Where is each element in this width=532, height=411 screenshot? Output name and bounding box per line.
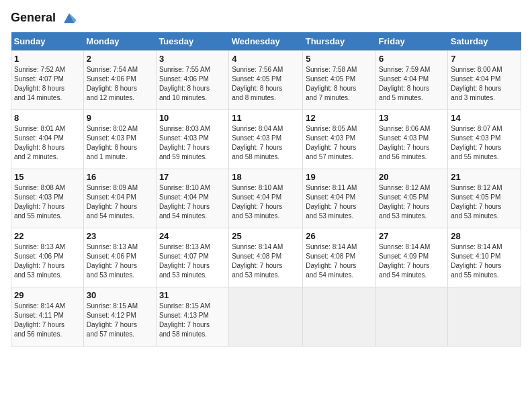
- week-row-2: 8Sunrise: 8:01 AMSunset: 4:04 PMDaylight…: [11, 109, 521, 169]
- calendar-cell: 23Sunrise: 8:13 AMSunset: 4:06 PMDayligh…: [83, 228, 156, 287]
- weekday-header-sunday: Sunday: [11, 32, 84, 51]
- weekday-header-saturday: Saturday: [448, 32, 521, 51]
- day-number: 1: [14, 54, 81, 64]
- calendar-cell: 8Sunrise: 8:01 AMSunset: 4:04 PMDaylight…: [11, 109, 84, 169]
- day-number: 6: [379, 54, 445, 64]
- day-info: Sunrise: 7:59 AMSunset: 4:04 PMDaylight:…: [379, 65, 445, 103]
- calendar-cell: 14Sunrise: 8:07 AMSunset: 4:03 PMDayligh…: [448, 109, 521, 169]
- day-number: 28: [451, 231, 518, 241]
- calendar-cell: 7Sunrise: 8:00 AMSunset: 4:04 PMDaylight…: [448, 50, 521, 109]
- day-info: Sunrise: 8:11 AMSunset: 4:04 PMDaylight:…: [306, 183, 373, 221]
- day-number: 29: [14, 290, 81, 300]
- day-info: Sunrise: 8:14 AMSunset: 4:08 PMDaylight:…: [306, 242, 373, 280]
- calendar-cell: [303, 287, 376, 346]
- calendar-cell: [376, 287, 448, 346]
- day-info: Sunrise: 8:04 AMSunset: 4:03 PMDaylight:…: [232, 124, 300, 162]
- weekday-header-tuesday: Tuesday: [156, 32, 228, 51]
- day-info: Sunrise: 8:05 AMSunset: 4:03 PMDaylight:…: [306, 124, 373, 162]
- calendar-cell: 12Sunrise: 8:05 AMSunset: 4:03 PMDayligh…: [303, 109, 376, 169]
- weekday-header-row: SundayMondayTuesdayWednesdayThursdayFrid…: [11, 32, 521, 51]
- week-row-3: 15Sunrise: 8:08 AMSunset: 4:03 PMDayligh…: [11, 169, 521, 228]
- calendar-cell: [229, 287, 303, 346]
- calendar-cell: 2Sunrise: 7:54 AMSunset: 4:06 PMDaylight…: [83, 50, 156, 109]
- day-info: Sunrise: 8:14 AMSunset: 4:10 PMDaylight:…: [451, 242, 518, 280]
- day-info: Sunrise: 7:54 AMSunset: 4:06 PMDaylight:…: [87, 65, 153, 103]
- day-info: Sunrise: 8:13 AMSunset: 4:06 PMDaylight:…: [87, 242, 153, 280]
- calendar-cell: 18Sunrise: 8:10 AMSunset: 4:04 PMDayligh…: [229, 169, 303, 228]
- calendar-cell: 11Sunrise: 8:04 AMSunset: 4:03 PMDayligh…: [229, 109, 303, 169]
- calendar-cell: 28Sunrise: 8:14 AMSunset: 4:10 PMDayligh…: [448, 228, 521, 287]
- day-info: Sunrise: 8:03 AMSunset: 4:03 PMDaylight:…: [159, 124, 226, 162]
- week-row-1: 1Sunrise: 7:52 AMSunset: 4:07 PMDaylight…: [11, 50, 521, 109]
- calendar-cell: 4Sunrise: 7:56 AMSunset: 4:05 PMDaylight…: [229, 50, 303, 109]
- day-number: 18: [232, 172, 300, 182]
- day-info: Sunrise: 8:15 AMSunset: 4:13 PMDaylight:…: [159, 302, 226, 339]
- weekday-header-wednesday: Wednesday: [229, 32, 303, 51]
- day-info: Sunrise: 8:15 AMSunset: 4:12 PMDaylight:…: [87, 302, 153, 339]
- calendar-cell: 24Sunrise: 8:13 AMSunset: 4:07 PMDayligh…: [156, 228, 228, 287]
- logo-icon: [62, 11, 77, 25]
- day-number: 23: [87, 231, 153, 241]
- calendar-cell: 31Sunrise: 8:15 AMSunset: 4:13 PMDayligh…: [156, 287, 228, 346]
- day-info: Sunrise: 8:12 AMSunset: 4:05 PMDaylight:…: [379, 183, 445, 221]
- day-info: Sunrise: 8:10 AMSunset: 4:04 PMDaylight:…: [159, 183, 226, 221]
- calendar-cell: 30Sunrise: 8:15 AMSunset: 4:12 PMDayligh…: [83, 287, 156, 346]
- day-number: 14: [451, 113, 518, 123]
- logo: General: [11, 11, 77, 26]
- weekday-header-thursday: Thursday: [303, 32, 376, 51]
- day-info: Sunrise: 8:06 AMSunset: 4:03 PMDaylight:…: [379, 124, 445, 162]
- day-number: 15: [14, 172, 81, 182]
- calendar-cell: 25Sunrise: 8:14 AMSunset: 4:08 PMDayligh…: [229, 228, 303, 287]
- day-number: 10: [159, 113, 226, 123]
- day-info: Sunrise: 7:52 AMSunset: 4:07 PMDaylight:…: [14, 65, 81, 103]
- day-info: Sunrise: 7:58 AMSunset: 4:05 PMDaylight:…: [306, 65, 373, 103]
- day-info: Sunrise: 8:14 AMSunset: 4:09 PMDaylight:…: [379, 242, 445, 280]
- day-number: 16: [87, 172, 153, 182]
- day-info: Sunrise: 8:14 AMSunset: 4:11 PMDaylight:…: [14, 302, 81, 339]
- day-info: Sunrise: 8:09 AMSunset: 4:04 PMDaylight:…: [87, 183, 153, 221]
- day-number: 3: [159, 54, 226, 64]
- calendar-table: SundayMondayTuesdayWednesdayThursdayFrid…: [11, 32, 521, 347]
- day-info: Sunrise: 8:08 AMSunset: 4:03 PMDaylight:…: [14, 183, 81, 221]
- weekday-header-friday: Friday: [376, 32, 448, 51]
- day-number: 4: [232, 54, 300, 64]
- day-number: 25: [232, 231, 300, 241]
- calendar-cell: [448, 287, 521, 346]
- calendar-cell: 29Sunrise: 8:14 AMSunset: 4:11 PMDayligh…: [11, 287, 84, 346]
- calendar-cell: 21Sunrise: 8:12 AMSunset: 4:05 PMDayligh…: [448, 169, 521, 228]
- week-row-5: 29Sunrise: 8:14 AMSunset: 4:11 PMDayligh…: [11, 287, 521, 346]
- calendar-cell: 6Sunrise: 7:59 AMSunset: 4:04 PMDaylight…: [376, 50, 448, 109]
- day-info: Sunrise: 8:10 AMSunset: 4:04 PMDaylight:…: [232, 183, 300, 221]
- calendar-cell: 22Sunrise: 8:13 AMSunset: 4:06 PMDayligh…: [11, 228, 84, 287]
- day-number: 19: [306, 172, 373, 182]
- calendar-cell: 16Sunrise: 8:09 AMSunset: 4:04 PMDayligh…: [83, 169, 156, 228]
- day-number: 27: [379, 231, 445, 241]
- day-number: 11: [232, 113, 300, 123]
- day-info: Sunrise: 8:12 AMSunset: 4:05 PMDaylight:…: [451, 183, 518, 221]
- calendar-cell: 3Sunrise: 7:55 AMSunset: 4:06 PMDaylight…: [156, 50, 228, 109]
- day-info: Sunrise: 8:01 AMSunset: 4:04 PMDaylight:…: [14, 124, 81, 162]
- calendar-cell: 15Sunrise: 8:08 AMSunset: 4:03 PMDayligh…: [11, 169, 84, 228]
- day-number: 12: [306, 113, 373, 123]
- calendar-cell: 17Sunrise: 8:10 AMSunset: 4:04 PMDayligh…: [156, 169, 228, 228]
- day-info: Sunrise: 8:00 AMSunset: 4:04 PMDaylight:…: [451, 65, 518, 103]
- day-number: 22: [14, 231, 81, 241]
- calendar-cell: 10Sunrise: 8:03 AMSunset: 4:03 PMDayligh…: [156, 109, 228, 169]
- day-info: Sunrise: 8:13 AMSunset: 4:06 PMDaylight:…: [14, 242, 81, 280]
- calendar-cell: 27Sunrise: 8:14 AMSunset: 4:09 PMDayligh…: [376, 228, 448, 287]
- calendar-cell: 1Sunrise: 7:52 AMSunset: 4:07 PMDaylight…: [11, 50, 84, 109]
- day-number: 30: [87, 290, 153, 300]
- day-info: Sunrise: 8:07 AMSunset: 4:03 PMDaylight:…: [451, 124, 518, 162]
- day-number: 26: [306, 231, 373, 241]
- day-number: 20: [379, 172, 445, 182]
- header: General: [11, 11, 521, 26]
- day-number: 21: [451, 172, 518, 182]
- day-number: 5: [306, 54, 373, 64]
- calendar-cell: 9Sunrise: 8:02 AMSunset: 4:03 PMDaylight…: [83, 109, 156, 169]
- logo-text: General: [11, 11, 77, 26]
- day-number: 31: [159, 290, 226, 300]
- main-container: General SundayMondayTuesdayWednesdayThur…: [0, 0, 532, 352]
- day-number: 2: [87, 54, 153, 64]
- day-info: Sunrise: 8:13 AMSunset: 4:07 PMDaylight:…: [159, 242, 226, 280]
- calendar-cell: 13Sunrise: 8:06 AMSunset: 4:03 PMDayligh…: [376, 109, 448, 169]
